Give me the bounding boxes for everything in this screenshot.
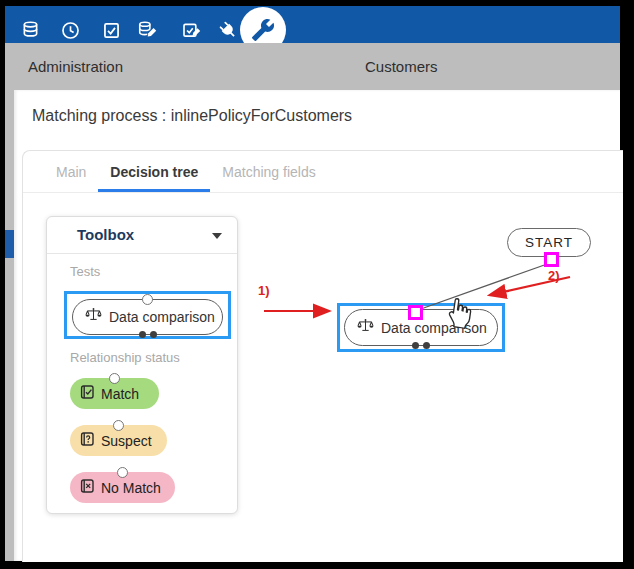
top-toolbar: [5, 6, 620, 43]
clock-icon[interactable]: [60, 20, 81, 41]
left-edge-strip: [5, 90, 14, 561]
database-edit-icon[interactable]: [135, 20, 159, 41]
main-content: Matching process : inlinePolicyForCustom…: [14, 90, 620, 561]
document-question-icon: [79, 431, 95, 450]
toolbox-match-node[interactable]: Match: [70, 378, 159, 409]
input-port-icon[interactable]: [142, 294, 153, 305]
toolbox-no-match-node[interactable]: No Match: [70, 472, 175, 503]
toolbox-title: Toolbox: [77, 226, 134, 243]
output-ports-icon: [139, 331, 157, 338]
start-node-label: START: [525, 235, 573, 250]
process-panel: Main Decision tree Matching fields Toolb…: [22, 150, 623, 562]
node-input-port[interactable]: [408, 305, 423, 320]
no-match-label: No Match: [101, 480, 161, 496]
database-icon[interactable]: [20, 20, 41, 41]
annotation-label-1: 1): [258, 283, 270, 298]
annotation-label-2: 2): [548, 268, 560, 283]
tab-matching-fields[interactable]: Matching fields: [210, 151, 327, 192]
left-strip-indicator[interactable]: [5, 230, 14, 258]
tab-bar: Main Decision tree Matching fields: [23, 151, 623, 193]
nav-administration[interactable]: Administration: [28, 43, 123, 90]
toolbox-data-comparison-selected[interactable]: Data comparison: [64, 291, 231, 339]
task-edit-icon[interactable]: [179, 20, 203, 41]
task-check-icon[interactable]: [101, 20, 122, 41]
toolbox-panel: Toolbox Tests: [46, 216, 238, 514]
input-port-icon[interactable]: [113, 420, 124, 431]
chevron-down-icon[interactable]: [212, 233, 222, 239]
toolbox-suspect-node[interactable]: Suspect: [70, 425, 167, 456]
section-tests: Tests: [70, 264, 100, 279]
hand-cursor-icon: [443, 294, 475, 333]
page-title: Matching process : inlinePolicyForCustom…: [32, 107, 352, 125]
toolbox-header[interactable]: Toolbox: [47, 217, 237, 254]
section-relationship-status: Relationship status: [70, 350, 180, 365]
scale-icon: [357, 318, 374, 338]
toolbox-node-label: Data comparison: [109, 309, 215, 325]
scale-icon: [85, 307, 102, 327]
window-bar: Administration Customers: [5, 43, 620, 90]
output-ports-icon: [412, 342, 430, 349]
nav-customers[interactable]: Customers: [365, 43, 438, 90]
suspect-label: Suspect: [101, 433, 152, 449]
screenshot-frame: Administration Customers Matching proces…: [0, 0, 634, 569]
input-port-icon[interactable]: [117, 467, 128, 478]
wrench-icon: [251, 18, 275, 42]
match-label: Match: [101, 386, 139, 402]
plug-icon[interactable]: [218, 20, 239, 41]
tab-main[interactable]: Main: [44, 151, 98, 192]
input-port-icon[interactable]: [109, 373, 120, 384]
document-check-icon: [79, 384, 95, 403]
document-cross-icon: [79, 478, 95, 497]
tab-decision-tree[interactable]: Decision tree: [98, 151, 210, 192]
start-output-port[interactable]: [544, 252, 559, 267]
